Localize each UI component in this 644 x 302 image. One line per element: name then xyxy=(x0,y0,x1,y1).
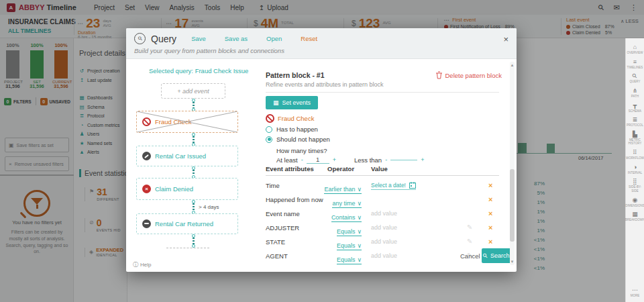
value-input[interactable]: add value xyxy=(371,252,397,259)
side-by-side-icon: ⣿ xyxy=(633,179,637,185)
help-label: Help xyxy=(140,262,151,268)
date-picker-field[interactable]: Select a date! xyxy=(371,182,416,190)
pattern-block-rental-car-issued[interactable]: Rental Car Issued xyxy=(136,146,238,166)
value-input[interactable]: add value xyxy=(371,238,397,245)
less-than-label: Less than xyxy=(354,156,382,164)
table-row-time: Time Earlier than∨ Select a date! × xyxy=(266,180,499,193)
operator-value: Equals xyxy=(337,242,356,249)
breakdown-icon: ▦ xyxy=(632,211,638,217)
rail-item-schema[interactable]: ┳ SCHEMA xyxy=(626,103,644,113)
set-events-label: Set events xyxy=(282,99,311,106)
pattern-connector[interactable] xyxy=(189,99,197,111)
operator-value: Equals xyxy=(337,256,356,263)
rail-item-workflow[interactable]: ⠿ WORKFLOW xyxy=(626,150,644,160)
selected-query-label: Selected query: Fraud Check Issue xyxy=(149,67,248,74)
operator-dropdown[interactable]: Equals∨ xyxy=(337,242,362,250)
edit-icon[interactable]: ✎ xyxy=(467,238,472,245)
pattern-connector[interactable] xyxy=(189,133,197,146)
rail-label: MORE xyxy=(631,294,640,298)
pattern-block-rental-car-returned[interactable]: Rental Car Returned xyxy=(136,213,238,234)
remove-row-icon[interactable]: × xyxy=(488,195,492,203)
add-event-button[interactable]: + add event xyxy=(161,83,225,99)
modal-scrollbar-thumb[interactable] xyxy=(510,169,515,242)
rail-item-side-by-side[interactable]: ⣿ SIDE-BY-SIDE xyxy=(626,179,644,193)
rail-item-more[interactable]: ⋯ MORE xyxy=(626,287,644,298)
chevron-down-icon: ∨ xyxy=(357,256,362,263)
table-row-adjuster: ADJUSTER Equals∨ add value ✎ × xyxy=(266,222,499,236)
at-least-input[interactable]: 1 xyxy=(307,156,329,164)
rail-item-query[interactable]: ⚲ QUERY xyxy=(626,73,644,84)
rail-label: BREAKDOWN xyxy=(625,218,644,222)
edit-icon[interactable]: ✎ xyxy=(467,223,472,231)
info-icon: ⓘ xyxy=(133,261,138,268)
block-label: Claim Denied xyxy=(155,185,193,193)
decrement-button[interactable]: - xyxy=(301,156,303,163)
radio-has-to-happen[interactable]: Has to happen xyxy=(266,125,318,133)
increment-button[interactable]: + xyxy=(333,156,336,163)
calendar-icon xyxy=(409,182,416,189)
pattern-connector[interactable] xyxy=(189,234,197,248)
close-icon[interactable]: × xyxy=(503,34,508,44)
reset-button[interactable]: Reset xyxy=(301,35,317,42)
increment-button[interactable]: + xyxy=(421,156,424,163)
prohibition-icon xyxy=(266,114,274,123)
path-icon: ⋔ xyxy=(633,88,638,94)
remove-row-icon[interactable]: × xyxy=(488,238,492,246)
pattern-connector[interactable] xyxy=(189,166,197,179)
cancel-button[interactable]: Cancel xyxy=(460,252,480,260)
less-than-input[interactable] xyxy=(390,160,417,160)
analysis-rail: ⌂ OVERVIEW ≡ TIMELINES ⚲ QUERY ⋔ PATH ┳ … xyxy=(625,38,644,302)
rail-item-overview[interactable]: ⌂ OVERVIEW xyxy=(626,44,644,55)
save-as-button[interactable]: Save as xyxy=(225,35,248,42)
query-dialog-icon: ⚲ xyxy=(134,33,146,44)
remove-row-icon[interactable]: × xyxy=(488,209,492,217)
attribute-name: Event name xyxy=(266,210,300,217)
value-input[interactable]: add value xyxy=(371,224,397,231)
divider xyxy=(266,175,499,176)
search-button[interactable]: ⚲ Search xyxy=(482,248,511,263)
attribute-name: STATE xyxy=(266,238,285,246)
remove-row-icon[interactable]: × xyxy=(488,223,492,232)
operator-dropdown[interactable]: Equals∨ xyxy=(337,256,362,264)
scroll-up-icon[interactable]: ▲ xyxy=(509,63,515,67)
rail-item-breakdown[interactable]: ▦ BREAKDOWN xyxy=(626,211,644,222)
interval-icon: ◑ xyxy=(633,164,637,170)
decrement-button[interactable]: - xyxy=(385,156,387,163)
rail-item-metric-history[interactable]: ▙ METRIC HISTORY xyxy=(626,132,644,146)
rail-item-path[interactable]: ⋔ PATH xyxy=(626,88,644,99)
rail-label: QUERY xyxy=(630,80,641,84)
schema-icon: ┳ xyxy=(633,103,637,109)
value-input[interactable]: add value xyxy=(371,210,397,217)
dimensions-icon: ◉ xyxy=(633,197,638,203)
remove-row-icon[interactable]: × xyxy=(488,181,492,189)
delete-label: Delete pattern block xyxy=(445,72,502,79)
how-many-times-label: How many times? xyxy=(276,147,327,154)
operator-dropdown[interactable]: any time∨ xyxy=(332,200,362,208)
scroll-down-icon[interactable]: ▼ xyxy=(509,260,515,264)
operator-dropdown[interactable]: Contains∨ xyxy=(331,214,362,222)
grid-icon: ▦ xyxy=(273,99,279,106)
radio-should-not-happen[interactable]: Should not happen xyxy=(266,136,330,143)
pattern-block-fraud-check[interactable]: Fraud Check xyxy=(136,111,238,133)
operator-dropdown[interactable]: Equals∨ xyxy=(337,228,362,236)
open-button[interactable]: Open xyxy=(266,35,282,42)
search-icon: ⚲ xyxy=(482,252,490,260)
pattern-connector[interactable] xyxy=(189,200,197,214)
rail-label: SCHEMA xyxy=(629,109,641,113)
query-icon: ⚲ xyxy=(631,72,639,80)
rail-item-dimensions[interactable]: ◉ DIMENSIONS xyxy=(626,197,644,208)
set-events-button[interactable]: ▦ Set events xyxy=(266,96,318,109)
home-icon: ⌂ xyxy=(633,44,637,50)
rail-item-interval[interactable]: ◑ INTERVAL xyxy=(626,164,644,175)
rail-item-timelines[interactable]: ≡ TIMELINES xyxy=(626,59,644,70)
block-label: Rental Car Returned xyxy=(155,220,213,228)
pattern-block-claim-denied[interactable]: × Claim Denied xyxy=(136,178,238,200)
rail-item-protocol[interactable]: ≣ PROTOCOL xyxy=(626,117,644,128)
save-button[interactable]: Save xyxy=(191,35,206,42)
delete-pattern-block-button[interactable]: Delete pattern block xyxy=(435,71,502,79)
operator-dropdown[interactable]: Earlier than∨ xyxy=(324,186,362,194)
help-link[interactable]: ⓘ Help xyxy=(133,261,151,268)
rail-label: WORKFLOW xyxy=(626,156,644,160)
operator-value: Equals xyxy=(337,228,356,235)
operator-value: any time xyxy=(332,200,355,207)
